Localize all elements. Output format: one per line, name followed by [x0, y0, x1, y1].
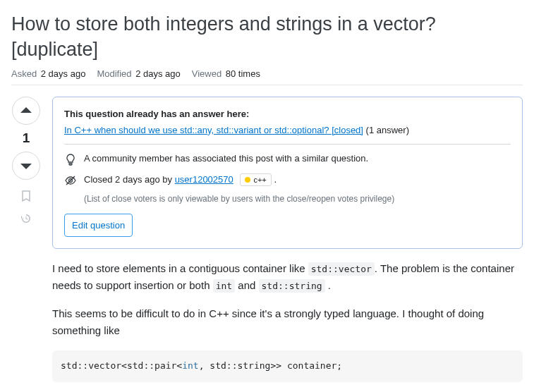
code-block: std::vector<std::pair<int, std::string>>…: [52, 350, 523, 382]
chevron-down-icon: [20, 159, 32, 172]
closer-user-link[interactable]: user12002570: [175, 174, 233, 185]
downvote-button[interactable]: [12, 152, 40, 180]
eye-slash-icon: [64, 174, 77, 187]
question-meta: Asked 2 days ago Modified 2 days ago Vie…: [11, 68, 523, 85]
question-title: How to store both integers and strings i…: [11, 11, 523, 63]
gold-badge: c++: [240, 173, 271, 186]
notice-heading: This question already has an answer here…: [64, 109, 511, 119]
lightbulb-icon: [64, 154, 77, 166]
upvote-button[interactable]: [12, 97, 40, 125]
closed-row: Closed 2 days ago by user12002570 c++ .: [64, 173, 511, 187]
divider: [64, 144, 511, 145]
chevron-up-icon: [20, 104, 32, 117]
post-body: This question already has an answer here…: [52, 97, 523, 392]
edit-question-button[interactable]: Edit question: [64, 214, 133, 237]
viewed-meta: Viewed 80 times: [192, 68, 260, 79]
history-icon[interactable]: [20, 212, 32, 225]
inline-code: std::string: [259, 279, 325, 293]
asked-meta: Asked 2 days ago: [11, 68, 85, 79]
duplicate-target: In C++ when should we use std::any, std:…: [64, 125, 511, 135]
inline-code: int: [213, 279, 235, 293]
duplicate-notice: This question already has an answer here…: [52, 97, 523, 249]
duplicate-link[interactable]: In C++ when should we use std::any, std:…: [64, 125, 363, 135]
bookmark-icon[interactable]: [20, 190, 32, 202]
privilege-note: (List of close voters is only viewable b…: [84, 194, 511, 204]
modified-meta: Modified 2 days ago: [97, 68, 180, 79]
gold-dot-icon: [245, 177, 250, 183]
inline-code: std::vector: [308, 262, 375, 276]
vote-column: 1: [11, 97, 41, 392]
associated-row: A community member has associated this p…: [64, 153, 511, 166]
question-body: I need to store elements in a contiguous…: [52, 260, 523, 392]
vote-count: 1: [23, 130, 30, 146]
